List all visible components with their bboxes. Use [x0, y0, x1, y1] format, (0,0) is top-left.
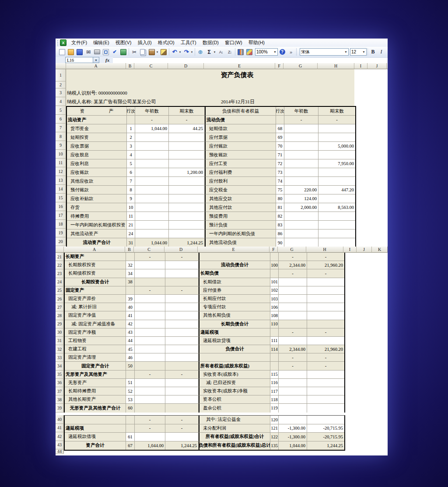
- cell-G43[interactable]: 1,044.00: [279, 441, 307, 450]
- cell-G31[interactable]: [279, 337, 307, 345]
- cell-E39[interactable]: 盈余公积: [199, 404, 270, 412]
- cell-C23[interactable]: [135, 269, 165, 278]
- cell-D42[interactable]: [165, 433, 199, 441]
- cell-B21[interactable]: [126, 253, 135, 261]
- sheet-title-area[interactable]: 资产负债表 纳税人识别号: 000000000000 纳税人名称: 某某广告有限…: [66, 69, 354, 106]
- cell-D38[interactable]: [165, 395, 199, 404]
- cell-C11[interactable]: [135, 159, 169, 168]
- row-header-3[interactable]: 3: [56, 88, 66, 97]
- cell-A40[interactable]: [65, 416, 126, 424]
- row-header-7[interactable]: 7: [56, 124, 66, 132]
- cell-G40[interactable]: [279, 416, 307, 424]
- col-header-E[interactable]: E: [198, 247, 270, 253]
- cell-F40[interactable]: 120: [270, 416, 279, 424]
- cell-H22[interactable]: 21,960.20: [307, 261, 344, 269]
- cell-B12[interactable]: 6: [127, 168, 135, 177]
- cell-A37[interactable]: 长期待摊费用: [65, 387, 126, 395]
- cell-A35[interactable]: 无形资产及其他资产: [65, 371, 126, 379]
- cell-B16[interactable]: 10: [127, 203, 135, 212]
- col-header-J[interactable]: J: [357, 247, 372, 253]
- cell-B31[interactable]: 44: [126, 337, 135, 345]
- cell-E35[interactable]: 实收资本(或股本): [199, 371, 270, 379]
- cell-B17[interactable]: 11: [127, 212, 135, 221]
- cell-H32[interactable]: 21,960.20: [307, 345, 344, 353]
- cell-G9[interactable]: [284, 142, 318, 151]
- name-box-dropdown-icon[interactable]: ▼: [93, 57, 99, 63]
- cell-G42[interactable]: -1,300.00: [279, 433, 307, 441]
- cell-D34[interactable]: [165, 362, 199, 370]
- cell-G33[interactable]: -: [279, 353, 307, 362]
- cell-B28[interactable]: 41: [126, 311, 135, 320]
- cell-E30[interactable]: 递延税项: [199, 328, 270, 337]
- cell-G39[interactable]: [279, 404, 307, 412]
- cell-G13[interactable]: [284, 177, 318, 186]
- row-header-2[interactable]: 2: [56, 81, 66, 88]
- cell-G10[interactable]: [284, 151, 318, 159]
- cell-G30[interactable]: -: [279, 328, 307, 337]
- cell-G23[interactable]: -: [279, 269, 307, 278]
- cell-B8[interactable]: 2: [127, 133, 135, 142]
- cell-E16[interactable]: 其他应付款: [205, 203, 276, 212]
- cell-A7[interactable]: 货币资金: [67, 124, 127, 133]
- cell-B27[interactable]: 40: [126, 303, 135, 311]
- cell-F18[interactable]: 83: [276, 221, 284, 229]
- cell-B24[interactable]: 38: [126, 278, 135, 286]
- cell-A27[interactable]: 减: 累计折旧: [65, 303, 126, 311]
- cell-H17[interactable]: [318, 212, 355, 221]
- row-header-33[interactable]: 33: [56, 353, 64, 362]
- cell-B41[interactable]: [126, 424, 135, 433]
- cell-C14[interactable]: [135, 186, 169, 194]
- cell-G6[interactable]: -: [284, 116, 318, 124]
- col-header-G[interactable]: G: [284, 63, 318, 69]
- cell-G16[interactable]: 2,000.00: [284, 203, 318, 212]
- cell-E27[interactable]: 专项应付款: [199, 303, 270, 311]
- cell-F27[interactable]: 106: [270, 303, 279, 311]
- cell-H20[interactable]: [318, 238, 355, 247]
- cell-H21[interactable]: -: [307, 253, 344, 261]
- redo-icon[interactable]: [182, 48, 190, 56]
- cell-G28[interactable]: [279, 311, 307, 320]
- cell-D30[interactable]: [165, 328, 199, 337]
- toolbar-grip[interactable]: [56, 39, 59, 46]
- format-painter-icon[interactable]: [160, 48, 168, 56]
- cell-H38[interactable]: [307, 395, 344, 404]
- cell-C30[interactable]: [135, 328, 165, 337]
- col-header-F[interactable]: F: [275, 63, 284, 69]
- cell-G29[interactable]: [279, 320, 307, 328]
- cell-G34[interactable]: -: [279, 362, 307, 370]
- cell-F43[interactable]: 135: [270, 441, 279, 450]
- cell-C6[interactable]: -: [135, 116, 169, 124]
- col-header-H[interactable]: H: [318, 63, 354, 69]
- cell-H24[interactable]: [307, 278, 344, 286]
- cell-B9[interactable]: 3: [127, 142, 135, 151]
- cell-B18[interactable]: 21: [127, 221, 135, 229]
- menu-item-data[interactable]: 数据(D): [200, 39, 222, 47]
- row-header-19[interactable]: 19: [56, 229, 66, 237]
- cell-C12[interactable]: [135, 168, 169, 177]
- cell-E17[interactable]: 预提费用: [205, 212, 276, 221]
- cell-C15[interactable]: [135, 194, 169, 203]
- cell-B11[interactable]: 5: [127, 159, 135, 168]
- email-icon[interactable]: [84, 48, 92, 56]
- cell-D37[interactable]: [165, 387, 199, 395]
- cell-C42[interactable]: [135, 433, 165, 441]
- cell-F7[interactable]: 68: [276, 124, 284, 133]
- cell-A36[interactable]: 无形资产: [65, 379, 126, 387]
- cell-C24[interactable]: [135, 278, 165, 286]
- cell-D25[interactable]: -: [165, 286, 199, 295]
- cell-B23[interactable]: 34: [126, 269, 135, 278]
- cell-H16[interactable]: 8,563.00: [318, 203, 355, 212]
- cell-C26[interactable]: [135, 295, 165, 303]
- row-header-27[interactable]: 27: [56, 303, 64, 311]
- cell-B19[interactable]: 24: [127, 229, 135, 238]
- cell-D6[interactable]: -: [169, 116, 205, 124]
- toolbar-options-icon[interactable]: [287, 48, 295, 56]
- col-header-C[interactable]: C: [134, 247, 164, 253]
- cell-F30[interactable]: [270, 328, 279, 337]
- row-header-41[interactable]: 41: [56, 424, 64, 433]
- cell-G14[interactable]: 220.00: [284, 186, 318, 194]
- cell-D24[interactable]: [165, 278, 199, 286]
- cell-C10[interactable]: [135, 151, 169, 159]
- cell-F38[interactable]: 118: [270, 395, 279, 404]
- col-header-B[interactable]: B: [125, 247, 134, 253]
